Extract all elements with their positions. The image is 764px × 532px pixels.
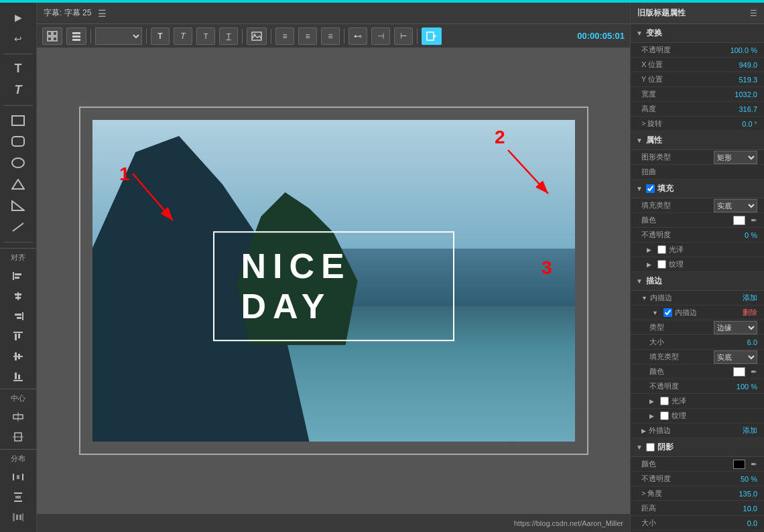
italic-btn[interactable]: T [174, 27, 192, 45]
outer-stroke-add[interactable]: 添加 [743, 425, 757, 436]
prop-shadow-angle: > 角度 135.0 [631, 486, 764, 501]
section-shadow[interactable]: ▼ 阴影 [631, 438, 764, 457]
ellipse-tool[interactable] [7, 153, 29, 172]
align-right[interactable] [7, 307, 29, 326]
fill-type-label: 填充类型 [641, 200, 714, 210]
stroke-fill-type-select[interactable]: 实底 [714, 350, 757, 364]
shadow-size-value: 0.0 [724, 519, 757, 527]
toolbar-grid-btn[interactable] [42, 27, 62, 45]
fill-checkbox[interactable] [646, 184, 655, 193]
section-stroke[interactable]: ▼ 描边 [631, 272, 764, 291]
stroke-fill-type-label: 填充类型 [649, 352, 714, 362]
line-tool[interactable] [7, 218, 29, 237]
stroke-gloss-checkbox[interactable] [660, 397, 669, 405]
svg-rect-24 [17, 412, 19, 421]
panel-menu-icon[interactable]: ☰ [750, 9, 757, 18]
svg-rect-11 [15, 297, 21, 299]
svg-rect-35 [16, 515, 18, 520]
fill-eyedropper[interactable]: ✒ [751, 216, 757, 225]
stroke-color-swatch[interactable] [733, 367, 745, 377]
inner-stroke-add[interactable]: 添加 [743, 293, 757, 303]
prop-shadow-color: 颜色 ✒ [631, 457, 764, 472]
undo-tool[interactable]: ↩ [7, 29, 29, 48]
fill-gloss-checkbox[interactable] [657, 245, 666, 254]
shadow-checkbox[interactable] [646, 443, 655, 452]
fill-color-swatch[interactable] [733, 216, 745, 225]
rect-tool[interactable] [7, 111, 29, 130]
shadow-size-label: 大小 [641, 518, 724, 528]
header-menu-icon[interactable]: ☰ [98, 8, 107, 19]
opacity-label: 不透明度 [641, 45, 724, 55]
triangle-tool[interactable] [7, 175, 29, 194]
align-right-btn[interactable]: ≡ [321, 27, 340, 45]
align-bottom[interactable] [7, 367, 29, 386]
section-properties[interactable]: ▼ 属性 [631, 131, 764, 150]
distribute-v[interactable] [7, 488, 29, 507]
prop-stroke-size: 大小 6.0 [631, 335, 764, 350]
distribute-tools [0, 468, 36, 527]
image-btn[interactable] [247, 27, 267, 45]
svg-rect-14 [17, 317, 21, 319]
svg-rect-38 [48, 31, 52, 36]
italic-text-tool[interactable]: T [7, 81, 29, 100]
nice-day-text: NICE DAY [241, 246, 426, 326]
video-btn[interactable] [422, 27, 442, 45]
fill-opacity-value: 0 % [724, 231, 757, 239]
shape-type-select[interactable]: 矩形 [714, 151, 757, 164]
fill-opacity-label: 不透明度 [641, 230, 724, 240]
shadow-title: 阴影 [657, 442, 674, 453]
wedge-tool[interactable] [7, 196, 29, 215]
svg-rect-34 [13, 513, 15, 521]
center-tools [0, 407, 36, 446]
text-tool[interactable]: T [7, 60, 29, 78]
distribute-h[interactable] [7, 468, 29, 486]
prop-opacity: 不透明度 100.0 % [631, 43, 764, 58]
stroke-texture-checkbox[interactable] [660, 411, 669, 420]
svg-rect-31 [14, 492, 22, 494]
shadow-color-swatch[interactable] [733, 460, 745, 469]
text-style-btn[interactable]: T [196, 27, 215, 45]
stroke-type-select[interactable]: 边缘 [714, 321, 757, 334]
header-bar: 字幕: 字幕 25 ☰ [37, 3, 630, 24]
svg-rect-10 [15, 293, 21, 295]
align-top[interactable] [7, 327, 29, 346]
distribute-h2[interactable] [7, 508, 29, 527]
bold-btn[interactable]: T [151, 27, 170, 45]
toolbar-sep-2 [146, 29, 147, 44]
align-center[interactable] [7, 287, 29, 306]
svg-rect-37 [22, 513, 23, 521]
height-label: 高度 [641, 104, 724, 114]
next-btn[interactable]: ⊢ [394, 27, 413, 45]
section-transform[interactable]: ▼ 变换 [631, 24, 764, 43]
svg-marker-3 [12, 180, 24, 189]
svg-rect-39 [53, 31, 57, 36]
select-tool[interactable]: ▶ [7, 8, 29, 27]
prev-btn[interactable]: ⊣ [371, 27, 390, 45]
distort-label: 扭曲 [641, 167, 724, 177]
svg-line-5 [13, 223, 23, 231]
align-center-btn[interactable]: ≡ [298, 27, 317, 45]
center-vertical[interactable] [7, 427, 29, 446]
center-horizontal[interactable] [7, 407, 29, 426]
fill-title: 填充 [657, 183, 674, 194]
stroke-eyedropper[interactable]: ✒ [751, 367, 757, 377]
rounded-rect-tool[interactable] [7, 133, 29, 151]
text-style2-btn[interactable]: T [219, 27, 238, 45]
align-left-btn[interactable]: ≡ [275, 27, 294, 45]
tab-btn[interactable]: ⊷ [348, 27, 367, 45]
font-select[interactable] [95, 27, 142, 45]
align-label: 对齐 [0, 248, 36, 264]
section-fill[interactable]: ▼ 填充 [631, 180, 764, 198]
inner-stroke-remove[interactable]: 删除 [743, 308, 757, 318]
inner-stroke-checkbox[interactable] [663, 308, 672, 317]
svg-rect-16 [15, 334, 17, 340]
fill-texture-checkbox[interactable] [657, 260, 666, 269]
center-label: 中心 [0, 389, 36, 405]
shadow-eyedropper[interactable]: ✒ [751, 460, 757, 469]
align-middle[interactable] [7, 347, 29, 366]
svg-rect-6 [13, 272, 14, 280]
toolbar-list-btn[interactable] [66, 27, 86, 45]
fill-type-select[interactable]: 实底 [714, 199, 757, 212]
text-box[interactable]: NICE DAY [213, 231, 454, 341]
align-left[interactable] [7, 267, 29, 285]
